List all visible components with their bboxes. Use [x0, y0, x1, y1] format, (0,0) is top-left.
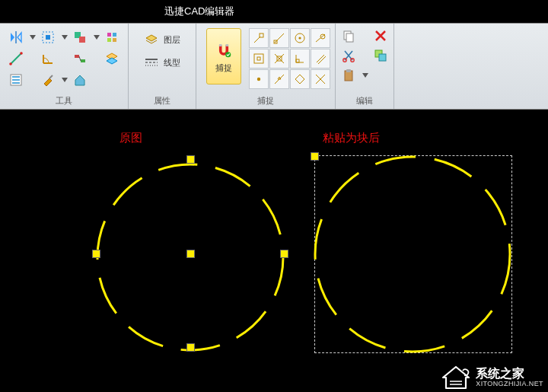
- caption-original: 原图: [119, 131, 142, 145]
- line-icon: [8, 51, 24, 66]
- svg-point-31: [256, 78, 260, 81]
- svg-rect-5: [12, 82, 20, 84]
- prop-linetype-label: 线型: [164, 57, 180, 69]
- tool-angle[interactable]: [40, 51, 68, 66]
- snap-nearest[interactable]: [269, 28, 289, 48]
- cut-icon: [341, 48, 356, 63]
- tool-select[interactable]: [40, 30, 68, 45]
- linetype-icon: [144, 55, 159, 70]
- paste-icon: [341, 68, 356, 83]
- delete-icon: [373, 28, 388, 43]
- edit-copy[interactable]: [341, 28, 368, 43]
- svg-rect-12: [107, 33, 111, 37]
- snap-mid[interactable]: [269, 69, 289, 89]
- svg-point-0: [9, 62, 12, 65]
- snap-button-label: 捕捉: [215, 62, 232, 74]
- layer-stack-icon: [144, 32, 159, 47]
- svg-rect-4: [12, 79, 20, 81]
- group-props: 图层 线型 属性: [129, 24, 196, 109]
- snap-diamond[interactable]: [290, 69, 310, 89]
- prop-layer-label: 图层: [164, 34, 180, 46]
- home-icon: [72, 72, 88, 88]
- svg-rect-20: [225, 44, 228, 46]
- snap-center[interactable]: [290, 28, 310, 48]
- svg-rect-28: [257, 57, 260, 60]
- drawing-canvas[interactable]: 原图 粘贴为块后 系统之家 XITONGZHIJIA.NET: [0, 110, 548, 392]
- tool-block[interactable]: [72, 30, 100, 45]
- group-edit: 编辑: [336, 24, 394, 109]
- group-snap-label: 捕捉: [257, 94, 274, 109]
- house-logo-icon: [441, 365, 471, 390]
- svg-rect-10: [75, 55, 79, 58]
- prop-linetype[interactable]: 线型: [144, 54, 180, 71]
- tool-sheet[interactable]: [8, 72, 36, 88]
- tool-layers[interactable]: [104, 51, 119, 66]
- tool-mirror[interactable]: [8, 30, 36, 45]
- link-icon: [72, 51, 88, 66]
- handle-center[interactable]: [186, 250, 195, 258]
- mirror-icon: [8, 30, 24, 45]
- tool-home[interactable]: [72, 72, 100, 88]
- snap-endpoint[interactable]: [249, 28, 269, 48]
- svg-rect-37: [346, 69, 351, 72]
- handle-bottom[interactable]: [186, 343, 195, 352]
- snap-insert[interactable]: [269, 49, 289, 69]
- handle-left[interactable]: [92, 250, 100, 258]
- svg-point-1: [20, 52, 23, 55]
- edit-delete[interactable]: [373, 28, 388, 43]
- svg-rect-33: [346, 33, 353, 42]
- svg-rect-11: [81, 59, 85, 62]
- snap-perp[interactable]: [290, 49, 310, 69]
- group-tools: 工具: [0, 24, 129, 109]
- svg-rect-15: [113, 38, 116, 42]
- snap-parallel[interactable]: [311, 49, 330, 69]
- snap-tangent[interactable]: [311, 28, 330, 48]
- edit-cut[interactable]: [341, 48, 368, 63]
- group-edit-label: 编辑: [356, 94, 373, 109]
- edit-paste[interactable]: [341, 68, 368, 83]
- edit-dup[interactable]: [373, 48, 388, 63]
- select-icon: [40, 30, 56, 45]
- circle-pasted: [311, 152, 515, 356]
- layers-icon: [104, 51, 119, 66]
- handle-right[interactable]: [280, 250, 288, 258]
- svg-rect-9: [79, 37, 85, 43]
- watermark: 系统之家 XITONGZHIJIA.NET: [441, 365, 543, 390]
- group-props-label: 属性: [154, 94, 170, 109]
- svg-rect-14: [107, 38, 111, 42]
- snap-node[interactable]: [249, 69, 269, 89]
- svg-rect-7: [46, 35, 50, 40]
- snap-quadrant[interactable]: [249, 49, 269, 69]
- angle-icon: [40, 51, 56, 66]
- group-tools-label: 工具: [56, 94, 72, 109]
- sheet-icon: [8, 72, 24, 88]
- block-icon: [72, 30, 88, 45]
- tool-link[interactable]: [72, 51, 100, 66]
- brush-icon: [40, 72, 56, 88]
- snap-button[interactable]: 捕捉: [206, 28, 241, 84]
- svg-rect-30: [296, 59, 299, 62]
- handle-top[interactable]: [186, 155, 195, 164]
- svg-point-21: [225, 52, 231, 57]
- tool-brush[interactable]: [40, 72, 68, 88]
- tool-cubes[interactable]: [104, 30, 119, 45]
- svg-rect-13: [113, 33, 116, 37]
- block-handle[interactable]: [311, 152, 319, 161]
- app-title: 迅捷CAD编辑器: [164, 5, 234, 18]
- prop-layer[interactable]: 图层: [144, 31, 180, 48]
- svg-rect-39: [379, 54, 386, 61]
- duplicate-icon: [373, 48, 388, 63]
- magnet-icon: [213, 40, 234, 61]
- svg-point-25: [298, 37, 301, 39]
- svg-point-41: [315, 157, 510, 352]
- svg-rect-19: [218, 44, 221, 46]
- tool-line[interactable]: [8, 51, 36, 66]
- titlebar: 迅捷CAD编辑器: [0, 0, 548, 23]
- svg-rect-27: [254, 54, 263, 63]
- ribbon: 工具 图层 线型 属性 捕捉: [0, 23, 548, 110]
- watermark-url: XITONGZHIJIA.NET: [476, 381, 543, 388]
- cubes-icon: [104, 30, 119, 45]
- svg-rect-3: [12, 76, 20, 78]
- snap-intersect[interactable]: [311, 69, 330, 89]
- copy-icon: [341, 28, 356, 43]
